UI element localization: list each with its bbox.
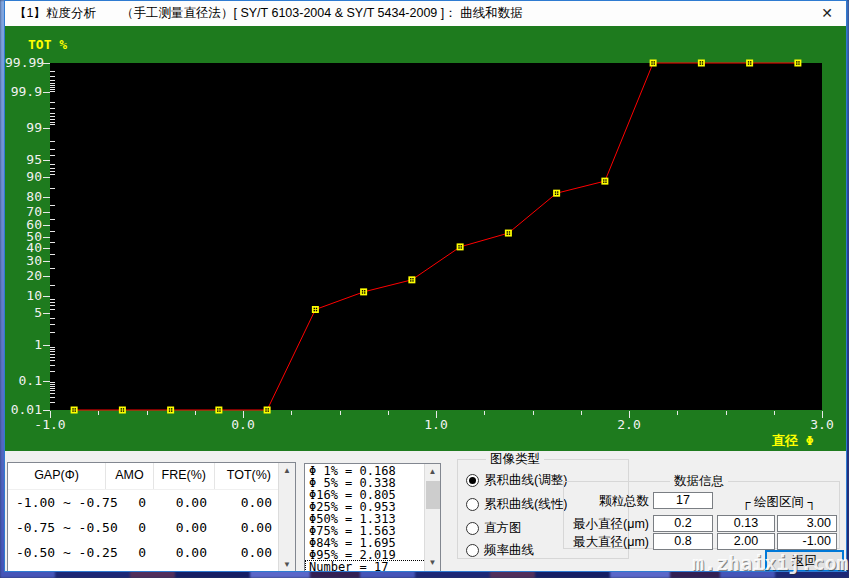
percentile-items: Φ 1% = 0.168Φ 5% = 0.338Φ16% = 0.805Φ25%… [305,464,440,571]
image-type-group-title: 图像类型 [486,451,544,468]
table-cell: 0 [106,540,154,565]
table-cell: 0 [106,565,154,571]
min-diameter-value: 0.2 [653,515,713,532]
data-point-marker [746,60,753,67]
max-diameter-value: 0.8 [653,533,713,550]
radio-icon[interactable] [466,522,479,535]
return-button[interactable]: 返回 [765,550,844,571]
radio-label[interactable]: 累积曲线(线性) [484,496,567,513]
y-minor-tick [50,382,55,383]
data-point-marker [794,60,801,67]
list-item[interactable]: Φ75% = 1.563 [305,524,440,536]
y-minor-tick [50,219,55,220]
radio-icon[interactable] [466,474,479,487]
bottom-panel: GAP(Φ)AMOFRE(%)TOT(%) -1.00 ~ -0.7500.00… [5,451,846,571]
table-scrollbar[interactable]: ▲ ▼ [278,463,295,571]
radio-label[interactable]: 频率曲线 [484,542,534,559]
data-point-marker [457,243,464,250]
x-minor-tick [340,411,341,415]
window-title: 【1】粒度分析 （手工测量直径法）[ SY/T 6103-2004 & SY/T… [14,1,523,26]
table-row[interactable]: -0.50 ~ -0.2500.000.00 [8,540,295,565]
y-minor-tick [50,85,55,86]
x-tick-label: 2.0 [609,417,649,432]
close-icon[interactable]: ✕ [810,1,844,26]
column-header[interactable]: GAP(Φ) [8,463,106,489]
y-minor-tick [50,141,55,142]
y-tick-label: 99.9 [5,84,42,99]
data-point-marker [408,276,415,283]
list-item[interactable]: Φ95% = 2.019 [305,548,440,560]
range-min-phi: 0.13 [717,515,775,532]
chart-area: TOT % 99.9999.99995908070605040302010510… [5,26,846,451]
radio-frequency-curve[interactable]: 频率曲线 [466,542,534,558]
y-tick-label: 99 [5,120,42,135]
y-minor-tick [50,91,55,92]
radio-icon[interactable] [466,498,479,511]
y-minor-tick [50,357,55,358]
list-item[interactable]: Φ50% = 1.313 [305,512,440,524]
scroll-up-icon[interactable]: ▲ [279,463,295,479]
table-cell: 0.00 [215,565,280,571]
table-row[interactable]: -0.25 ~ 0.0000.000.00 [8,565,295,571]
data-point-marker [312,306,319,313]
y-minor-tick [50,113,55,114]
radio-icon[interactable] [466,544,479,557]
scrollbar-thumb[interactable] [426,481,440,509]
column-header[interactable]: FRE(%) [154,463,215,489]
x-minor-tick [195,411,196,415]
y-minor-tick [50,174,55,175]
y-major-tick [43,92,50,93]
column-header[interactable]: TOT(%) [215,463,280,489]
x-minor-tick [98,411,99,415]
listbox-scrollbar[interactable]: ▲ ▼ [424,464,440,571]
y-minor-tick [50,89,55,90]
data-point-marker [360,288,367,295]
y-minor-tick [50,76,55,77]
table-row[interactable]: -0.75 ~ -0.5000.000.00 [8,515,295,540]
gap-table[interactable]: GAP(Φ)AMOFRE(%)TOT(%) -1.00 ~ -0.7500.00… [7,462,296,571]
list-item[interactable]: Number = 17 [305,560,440,571]
list-item[interactable]: Φ16% = 0.805 [305,488,440,500]
table-row[interactable]: -1.00 ~ -0.7500.000.00 [8,490,295,515]
table-cell: 0.00 [215,540,280,565]
radio-histogram[interactable]: 直方图 [466,520,522,536]
x-minor-tick [726,411,727,415]
table-cell: 0.00 [215,490,280,515]
percentile-listbox[interactable]: Φ 1% = 0.168Φ 5% = 0.338Φ16% = 0.805Φ25%… [304,463,441,571]
max-diameter-label: 最大直径(μm) [564,534,649,551]
y-minor-tick [50,393,55,394]
table-header-row: GAP(Φ)AMOFRE(%)TOT(%) [8,463,295,490]
scroll-down-icon[interactable]: ▼ [279,557,295,571]
y-major-tick [43,381,50,382]
y-tick-label: 0.1 [5,373,42,388]
y-minor-tick [50,102,55,103]
y-minor-tick [50,168,55,169]
y-minor-tick [50,124,55,125]
scroll-up-icon[interactable]: ▲ [425,464,440,480]
x-minor-tick [533,411,534,415]
table-cell: 0.00 [215,515,280,540]
title-bar[interactable]: 【1】粒度分析 （手工测量直径法）[ SY/T 6103-2004 & SY/T… [5,1,846,26]
table-cell: -0.75 ~ -0.50 [8,515,106,540]
column-header[interactable]: AMO [106,463,154,489]
y-minor-tick [50,384,55,385]
radio-cumulative-linear[interactable]: 累积曲线(线性) [466,496,567,512]
y-minor-tick [50,119,55,120]
y-tick-label: 90 [5,169,42,184]
y-minor-tick [50,302,55,303]
radio-cumulative-adjusted[interactable]: 累积曲线(调整) [466,472,567,488]
list-item[interactable]: Φ 1% = 0.168 [305,464,440,476]
y-minor-tick [50,171,55,172]
y-minor-tick [50,388,55,389]
y-minor-tick [50,324,55,325]
list-item[interactable]: Φ 5% = 0.338 [305,476,440,488]
radio-label[interactable]: 直方图 [484,520,522,537]
data-point-marker [119,407,126,414]
list-item[interactable]: Φ84% = 1.695 [305,536,440,548]
table-cell: -0.50 ~ -0.25 [8,540,106,565]
y-minor-tick [50,371,55,372]
scroll-down-icon[interactable]: ▼ [425,555,440,571]
list-item[interactable]: Φ25% = 0.953 [305,500,440,512]
radio-label[interactable]: 累积曲线(调整) [484,472,567,489]
y-minor-tick [50,349,55,350]
